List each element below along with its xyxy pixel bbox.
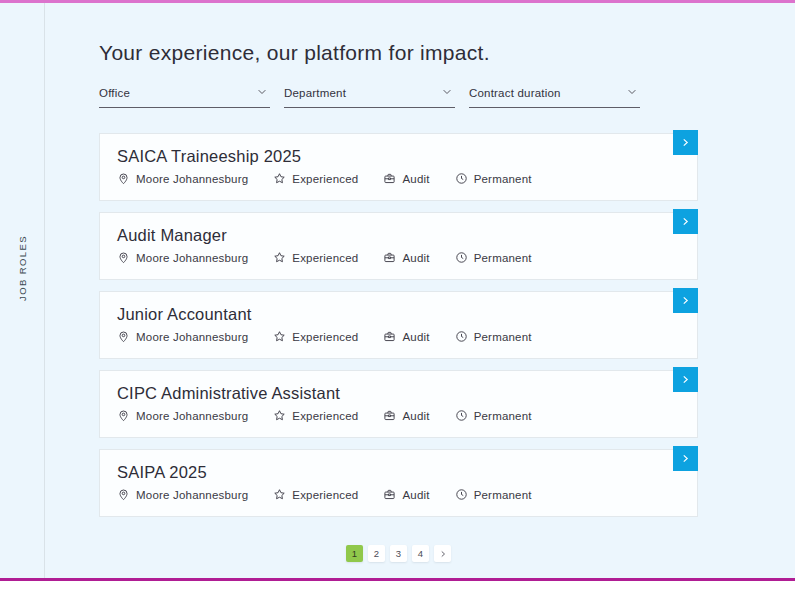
top-accent-border — [0, 0, 795, 3]
map-pin-icon — [117, 409, 130, 422]
department-filter-label: Department — [284, 87, 346, 99]
job-location-text: Moore Johannesburg — [136, 489, 248, 501]
chevron-right-icon — [680, 295, 691, 306]
job-department: Audit — [383, 172, 429, 185]
clock-icon — [455, 251, 468, 264]
job-contract-text: Permanent — [474, 252, 532, 264]
job-card[interactable]: SAIPA 2025 Moore Johannesburg Experience… — [99, 449, 698, 517]
chevron-right-icon — [680, 216, 691, 227]
job-location-text: Moore Johannesburg — [136, 410, 248, 422]
job-department: Audit — [383, 330, 429, 343]
pagination-page-button[interactable]: 1 — [346, 545, 363, 562]
main-content: Your experience, our platform for impact… — [99, 36, 698, 562]
job-meta-row: Moore Johannesburg Experienced Audit Per… — [117, 330, 680, 343]
job-contract-type: Permanent — [455, 409, 532, 422]
map-pin-icon — [117, 330, 130, 343]
job-department-text: Audit — [402, 489, 429, 501]
star-icon — [273, 251, 286, 264]
office-filter-select[interactable]: Office — [99, 83, 270, 108]
job-open-button[interactable] — [673, 446, 698, 471]
job-contract-text: Permanent — [474, 173, 532, 185]
chevron-right-icon — [439, 550, 447, 558]
job-title: Audit Manager — [117, 225, 680, 245]
job-location-text: Moore Johannesburg — [136, 252, 248, 264]
job-contract-text: Permanent — [474, 410, 532, 422]
pagination-page-button[interactable]: 2 — [368, 545, 385, 562]
star-icon — [273, 330, 286, 343]
briefcase-icon — [383, 330, 396, 343]
clock-icon — [455, 330, 468, 343]
briefcase-icon — [383, 251, 396, 264]
contract-duration-filter-label: Contract duration — [469, 87, 561, 99]
job-experience-text: Experienced — [292, 173, 358, 185]
job-contract-type: Permanent — [455, 330, 532, 343]
star-icon — [273, 488, 286, 501]
job-roles-page: JOB ROLES Your experience, our platform … — [0, 0, 795, 590]
job-roles-rail-label: JOB ROLES — [17, 235, 28, 301]
map-pin-icon — [117, 172, 130, 185]
job-experience-level: Experienced — [273, 251, 358, 264]
job-card[interactable]: Junior Accountant Moore Johannesburg Exp… — [99, 291, 698, 359]
job-location-text: Moore Johannesburg — [136, 173, 248, 185]
job-open-button[interactable] — [673, 367, 698, 392]
job-department: Audit — [383, 488, 429, 501]
job-contract-type: Permanent — [455, 488, 532, 501]
job-open-button[interactable] — [673, 288, 698, 313]
pagination-page-button[interactable]: 4 — [412, 545, 429, 562]
job-list: SAICA Traineeship 2025 Moore Johannesbur… — [99, 133, 698, 517]
clock-icon — [455, 172, 468, 185]
chevron-right-icon — [680, 374, 691, 385]
job-location: Moore Johannesburg — [117, 488, 248, 501]
job-experience-text: Experienced — [292, 331, 358, 343]
contract-duration-filter-select[interactable]: Contract duration — [469, 83, 640, 108]
page-title: Your experience, our platform for impact… — [99, 40, 698, 65]
job-meta-row: Moore Johannesburg Experienced Audit Per… — [117, 172, 680, 185]
job-experience-level: Experienced — [273, 172, 358, 185]
job-department-text: Audit — [402, 173, 429, 185]
chevron-down-icon — [256, 84, 268, 96]
job-department-text: Audit — [402, 331, 429, 343]
chevron-right-icon — [680, 137, 691, 148]
briefcase-icon — [383, 488, 396, 501]
chevron-down-icon — [441, 84, 453, 96]
job-department: Audit — [383, 409, 429, 422]
job-card[interactable]: SAICA Traineeship 2025 Moore Johannesbur… — [99, 133, 698, 201]
job-location-text: Moore Johannesburg — [136, 331, 248, 343]
pagination-page-button[interactable]: 3 — [390, 545, 407, 562]
job-location: Moore Johannesburg — [117, 409, 248, 422]
briefcase-icon — [383, 172, 396, 185]
department-filter-select[interactable]: Department — [284, 83, 455, 108]
map-pin-icon — [117, 251, 130, 264]
job-title: CIPC Administrative Assistant — [117, 383, 680, 403]
star-icon — [273, 172, 286, 185]
job-department-text: Audit — [402, 252, 429, 264]
job-department-text: Audit — [402, 410, 429, 422]
pagination-next-button[interactable] — [434, 545, 451, 562]
job-card[interactable]: CIPC Administrative Assistant Moore Joha… — [99, 370, 698, 438]
star-icon — [273, 409, 286, 422]
job-meta-row: Moore Johannesburg Experienced Audit Per… — [117, 488, 680, 501]
job-experience-text: Experienced — [292, 489, 358, 501]
bottom-accent-border — [0, 578, 795, 581]
job-location: Moore Johannesburg — [117, 172, 248, 185]
job-location: Moore Johannesburg — [117, 251, 248, 264]
job-title: SAIPA 2025 — [117, 462, 680, 482]
briefcase-icon — [383, 409, 396, 422]
job-experience-text: Experienced — [292, 252, 358, 264]
page-buttons: 1 2 3 4 — [346, 545, 429, 562]
clock-icon — [455, 409, 468, 422]
job-card[interactable]: Audit Manager Moore Johannesburg Experie… — [99, 212, 698, 280]
pagination: 1 2 3 4 — [99, 545, 698, 562]
map-pin-icon — [117, 488, 130, 501]
left-rail-divider — [44, 3, 45, 578]
job-contract-text: Permanent — [474, 331, 532, 343]
clock-icon — [455, 488, 468, 501]
job-title: SAICA Traineeship 2025 — [117, 146, 680, 166]
job-title: Junior Accountant — [117, 304, 680, 324]
job-department: Audit — [383, 251, 429, 264]
job-open-button[interactable] — [673, 209, 698, 234]
job-experience-text: Experienced — [292, 410, 358, 422]
job-open-button[interactable] — [673, 130, 698, 155]
job-meta-row: Moore Johannesburg Experienced Audit Per… — [117, 409, 680, 422]
job-location: Moore Johannesburg — [117, 330, 248, 343]
